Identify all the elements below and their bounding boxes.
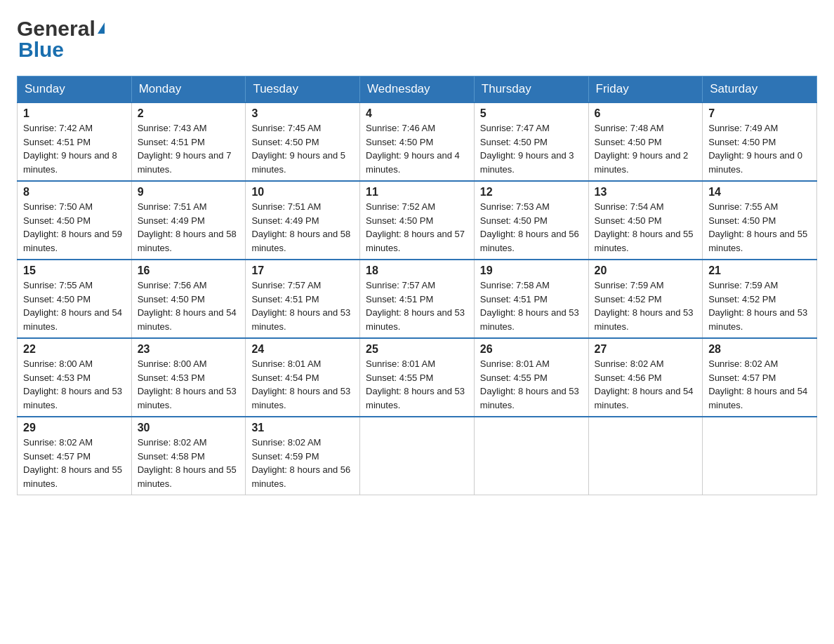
calendar-week-2: 8Sunrise: 7:50 AMSunset: 4:50 PMDaylight… bbox=[18, 181, 817, 260]
day-info: Sunrise: 7:57 AMSunset: 4:51 PMDaylight:… bbox=[251, 279, 354, 333]
col-header-thursday: Thursday bbox=[474, 76, 588, 103]
calendar-cell: 21Sunrise: 7:59 AMSunset: 4:52 PMDayligh… bbox=[703, 260, 817, 338]
calendar-cell: 28Sunrise: 8:02 AMSunset: 4:57 PMDayligh… bbox=[703, 338, 817, 417]
calendar-cell: 11Sunrise: 7:52 AMSunset: 4:50 PMDayligh… bbox=[360, 181, 475, 260]
day-number: 20 bbox=[595, 264, 697, 277]
day-info: Sunrise: 8:00 AMSunset: 4:53 PMDaylight:… bbox=[138, 357, 240, 412]
calendar-cell bbox=[360, 417, 475, 495]
calendar-cell: 25Sunrise: 8:01 AMSunset: 4:55 PMDayligh… bbox=[360, 338, 475, 417]
day-number: 9 bbox=[138, 186, 240, 199]
day-info: Sunrise: 8:01 AMSunset: 4:54 PMDaylight:… bbox=[251, 357, 354, 412]
day-info: Sunrise: 8:01 AMSunset: 4:55 PMDaylight:… bbox=[480, 357, 583, 412]
day-number: 12 bbox=[480, 186, 583, 199]
day-info: Sunrise: 7:49 AMSunset: 4:50 PMDaylight:… bbox=[708, 121, 811, 176]
calendar-cell: 22Sunrise: 8:00 AMSunset: 4:53 PMDayligh… bbox=[18, 338, 132, 417]
day-number: 11 bbox=[366, 186, 468, 199]
calendar-cell: 17Sunrise: 7:57 AMSunset: 4:51 PMDayligh… bbox=[246, 260, 360, 338]
day-number: 13 bbox=[595, 186, 697, 199]
day-number: 5 bbox=[480, 107, 583, 120]
col-header-tuesday: Tuesday bbox=[246, 76, 360, 103]
col-header-sunday: Sunday bbox=[18, 76, 132, 103]
day-info: Sunrise: 7:59 AMSunset: 4:52 PMDaylight:… bbox=[595, 279, 697, 333]
logo-general: General bbox=[17, 17, 95, 41]
day-info: Sunrise: 8:02 AMSunset: 4:57 PMDaylight:… bbox=[23, 436, 126, 490]
day-number: 3 bbox=[251, 107, 354, 120]
day-number: 7 bbox=[708, 107, 811, 120]
day-info: Sunrise: 7:46 AMSunset: 4:50 PMDaylight:… bbox=[366, 121, 468, 176]
day-info: Sunrise: 8:02 AMSunset: 4:56 PMDaylight:… bbox=[595, 357, 697, 412]
calendar-cell: 13Sunrise: 7:54 AMSunset: 4:50 PMDayligh… bbox=[588, 181, 703, 260]
day-number: 19 bbox=[480, 264, 583, 277]
col-header-wednesday: Wednesday bbox=[360, 76, 475, 103]
day-info: Sunrise: 7:54 AMSunset: 4:50 PMDaylight:… bbox=[595, 200, 697, 255]
day-info: Sunrise: 7:55 AMSunset: 4:50 PMDaylight:… bbox=[708, 200, 811, 255]
day-number: 26 bbox=[480, 343, 583, 356]
calendar-cell: 20Sunrise: 7:59 AMSunset: 4:52 PMDayligh… bbox=[588, 260, 703, 338]
day-info: Sunrise: 8:02 AMSunset: 4:57 PMDaylight:… bbox=[708, 357, 811, 412]
day-info: Sunrise: 7:51 AMSunset: 4:49 PMDaylight:… bbox=[138, 200, 240, 255]
day-number: 18 bbox=[366, 264, 468, 277]
calendar-table: SundayMondayTuesdayWednesdayThursdayFrid… bbox=[17, 76, 817, 495]
day-info: Sunrise: 7:48 AMSunset: 4:50 PMDaylight:… bbox=[595, 121, 697, 176]
calendar-cell: 7Sunrise: 7:49 AMSunset: 4:50 PMDaylight… bbox=[703, 102, 817, 181]
day-info: Sunrise: 7:51 AMSunset: 4:49 PMDaylight:… bbox=[251, 200, 354, 255]
col-header-friday: Friday bbox=[588, 76, 703, 103]
day-info: Sunrise: 7:56 AMSunset: 4:50 PMDaylight:… bbox=[138, 279, 240, 333]
calendar-cell: 14Sunrise: 7:55 AMSunset: 4:50 PMDayligh… bbox=[703, 181, 817, 260]
calendar-cell: 10Sunrise: 7:51 AMSunset: 4:49 PMDayligh… bbox=[246, 181, 360, 260]
day-info: Sunrise: 7:55 AMSunset: 4:50 PMDaylight:… bbox=[23, 279, 126, 333]
day-info: Sunrise: 8:00 AMSunset: 4:53 PMDaylight:… bbox=[23, 357, 126, 412]
day-info: Sunrise: 7:52 AMSunset: 4:50 PMDaylight:… bbox=[366, 200, 468, 255]
day-number: 2 bbox=[138, 107, 240, 120]
calendar-cell: 12Sunrise: 7:53 AMSunset: 4:50 PMDayligh… bbox=[474, 181, 588, 260]
day-number: 6 bbox=[595, 107, 697, 120]
page-header: General Blue bbox=[17, 17, 817, 62]
day-number: 24 bbox=[251, 343, 354, 356]
day-number: 15 bbox=[23, 264, 126, 277]
calendar-cell: 23Sunrise: 8:00 AMSunset: 4:53 PMDayligh… bbox=[131, 338, 246, 417]
calendar-cell: 24Sunrise: 8:01 AMSunset: 4:54 PMDayligh… bbox=[246, 338, 360, 417]
calendar-week-4: 22Sunrise: 8:00 AMSunset: 4:53 PMDayligh… bbox=[18, 338, 817, 417]
day-info: Sunrise: 8:01 AMSunset: 4:55 PMDaylight:… bbox=[366, 357, 468, 412]
col-header-saturday: Saturday bbox=[703, 76, 817, 103]
calendar-week-5: 29Sunrise: 8:02 AMSunset: 4:57 PMDayligh… bbox=[18, 417, 817, 495]
day-number: 10 bbox=[251, 186, 354, 199]
calendar-cell: 18Sunrise: 7:57 AMSunset: 4:51 PMDayligh… bbox=[360, 260, 475, 338]
calendar-cell: 19Sunrise: 7:58 AMSunset: 4:51 PMDayligh… bbox=[474, 260, 588, 338]
calendar-cell: 8Sunrise: 7:50 AMSunset: 4:50 PMDaylight… bbox=[18, 181, 132, 260]
calendar-cell: 3Sunrise: 7:45 AMSunset: 4:50 PMDaylight… bbox=[246, 102, 360, 181]
day-info: Sunrise: 8:02 AMSunset: 4:59 PMDaylight:… bbox=[251, 436, 354, 490]
day-info: Sunrise: 7:50 AMSunset: 4:50 PMDaylight:… bbox=[23, 200, 126, 255]
calendar-cell: 27Sunrise: 8:02 AMSunset: 4:56 PMDayligh… bbox=[588, 338, 703, 417]
calendar-cell: 15Sunrise: 7:55 AMSunset: 4:50 PMDayligh… bbox=[18, 260, 132, 338]
calendar-cell: 29Sunrise: 8:02 AMSunset: 4:57 PMDayligh… bbox=[18, 417, 132, 495]
calendar-cell: 1Sunrise: 7:42 AMSunset: 4:51 PMDaylight… bbox=[18, 102, 132, 181]
day-info: Sunrise: 7:42 AMSunset: 4:51 PMDaylight:… bbox=[23, 121, 126, 176]
calendar-cell: 5Sunrise: 7:47 AMSunset: 4:50 PMDaylight… bbox=[474, 102, 588, 181]
day-info: Sunrise: 7:47 AMSunset: 4:50 PMDaylight:… bbox=[480, 121, 583, 176]
calendar-cell: 26Sunrise: 8:01 AMSunset: 4:55 PMDayligh… bbox=[474, 338, 588, 417]
day-number: 29 bbox=[23, 422, 126, 434]
calendar-cell: 4Sunrise: 7:46 AMSunset: 4:50 PMDaylight… bbox=[360, 102, 475, 181]
day-number: 27 bbox=[595, 343, 697, 356]
day-number: 23 bbox=[138, 343, 240, 356]
calendar-week-1: 1Sunrise: 7:42 AMSunset: 4:51 PMDaylight… bbox=[18, 102, 817, 181]
calendar-cell bbox=[474, 417, 588, 495]
day-number: 1 bbox=[23, 107, 126, 120]
calendar-cell bbox=[703, 417, 817, 495]
day-number: 4 bbox=[366, 107, 468, 120]
calendar-cell: 9Sunrise: 7:51 AMSunset: 4:49 PMDaylight… bbox=[131, 181, 246, 260]
day-number: 16 bbox=[138, 264, 240, 277]
col-header-monday: Monday bbox=[131, 76, 246, 103]
day-info: Sunrise: 8:02 AMSunset: 4:58 PMDaylight:… bbox=[138, 436, 240, 490]
day-info: Sunrise: 7:45 AMSunset: 4:50 PMDaylight:… bbox=[251, 121, 354, 176]
day-info: Sunrise: 7:53 AMSunset: 4:50 PMDaylight:… bbox=[480, 200, 583, 255]
logo: General Blue bbox=[17, 17, 105, 62]
calendar-cell: 16Sunrise: 7:56 AMSunset: 4:50 PMDayligh… bbox=[131, 260, 246, 338]
day-number: 22 bbox=[23, 343, 126, 356]
day-number: 25 bbox=[366, 343, 468, 356]
calendar-cell: 6Sunrise: 7:48 AMSunset: 4:50 PMDaylight… bbox=[588, 102, 703, 181]
logo-blue: Blue bbox=[17, 38, 64, 62]
logo-triangle-icon bbox=[98, 22, 105, 34]
day-number: 28 bbox=[708, 343, 811, 356]
